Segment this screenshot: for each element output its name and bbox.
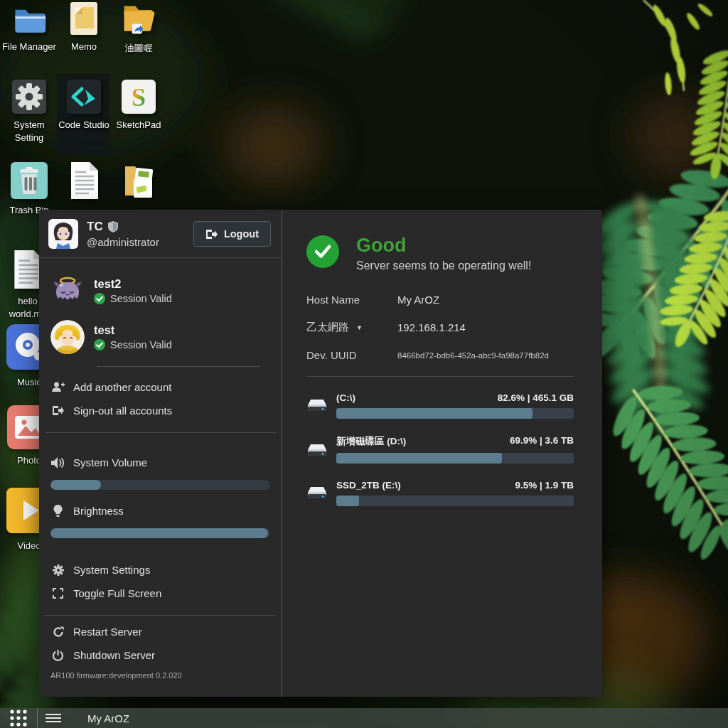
icon-label: Photo <box>17 454 41 467</box>
status-subtitle: Server seems to be operating well! <box>356 259 531 272</box>
server-actions: Restart Server Shutdown Server <box>39 616 282 667</box>
network-label: 乙太網路 <box>306 321 349 334</box>
volume-slider[interactable] <box>50 480 270 490</box>
toggle-fullscreen-item[interactable]: Toggle Full Screen <box>50 582 270 605</box>
taskbar-title: My ArOZ <box>87 712 129 724</box>
shortcut-folder-icon <box>120 1 157 37</box>
disk-label: 新增磁碟區 (D:\) <box>336 435 406 448</box>
account-name: test2 <box>94 277 172 291</box>
check-circle-icon <box>94 339 105 350</box>
add-account-item[interactable]: Add another account <box>50 375 270 399</box>
logout-icon <box>205 229 218 240</box>
brightness-slider[interactable] <box>50 528 270 538</box>
avatar-image <box>50 320 85 354</box>
ip-address-value: 192.168.1.214 <box>397 321 466 333</box>
icon-label: System Setting <box>1 119 57 144</box>
desktop-icon-pictures-folder[interactable] <box>111 162 166 205</box>
folder-icon <box>12 3 46 36</box>
menu-button[interactable] <box>38 708 69 728</box>
app-grid-button[interactable] <box>0 708 37 728</box>
logout-button[interactable]: Logout <box>193 221 271 247</box>
desktop-icon-shortcut-folder[interactable]: 油圖喔 <box>111 1 166 55</box>
hdd-icon <box>306 397 329 419</box>
status-title: Good <box>356 235 531 255</box>
network-row: 乙太網路 ▼ 192.168.1.214 <box>306 321 574 334</box>
menu-label: Sign-out all accounts <box>73 405 172 417</box>
network-selector[interactable]: 乙太網路 ▼ <box>306 321 397 334</box>
host-name-label: Host Name <box>306 294 397 306</box>
disk-bar <box>336 408 574 419</box>
pictures-folder-icon <box>119 162 158 200</box>
desktop-icon-system-setting[interactable]: System Setting <box>1 80 57 144</box>
account-row-test2[interactable]: test2 Session Valid <box>50 274 270 308</box>
shutdown-server-item[interactable]: Shutdown Server <box>50 643 270 667</box>
disk-label: (C:\) <box>336 392 355 403</box>
icon-label: SketchPad <box>117 119 161 132</box>
menu-label: Restart Server <box>73 626 142 638</box>
signout-all-item[interactable]: Sign-out all accounts <box>50 399 270 422</box>
panel-left-column: TC @administrator Logout <box>39 210 282 697</box>
speaker-icon <box>50 457 65 469</box>
brightness-row: Brightness <box>50 499 270 523</box>
check-circle-icon <box>94 293 105 304</box>
account-actions: Add another account Sign-out all account… <box>39 367 282 422</box>
uuid-row: Dev. UUID 8466bd72-bdb6-452a-abc9-fa98a7… <box>306 349 574 361</box>
menu-label: System Settings <box>73 564 150 576</box>
server-info: Host Name My ArOZ 乙太網路 ▼ 192.168.1.214 D… <box>306 294 574 361</box>
system-panel: TC @administrator Logout <box>39 210 602 697</box>
restart-server-item[interactable]: Restart Server <box>50 620 270 643</box>
disk-usage: 9.5% | 1.9 TB <box>515 480 574 491</box>
account-name: test <box>94 323 172 337</box>
code-studio-icon <box>67 80 101 114</box>
sketchpad-icon: S <box>122 80 156 114</box>
slider-label: System Volume <box>73 456 147 469</box>
disk-bar-fill <box>336 496 359 506</box>
taskbar: My ArOZ <box>0 708 728 728</box>
desktop-icon-trash-bin[interactable]: Trash Bin <box>1 162 57 217</box>
user-handle: @administrator <box>87 236 193 248</box>
host-name-row: Host Name My ArOZ <box>306 294 574 306</box>
desktop-icon-sketchpad[interactable]: S SketchPad <box>111 80 166 132</box>
user-name: TC <box>87 220 103 234</box>
account-status: Session Valid <box>110 339 172 350</box>
desktop-icon-memo[interactable]: Memo <box>56 1 112 53</box>
panel-right-column: Good Server seems to be operating well! … <box>282 210 602 697</box>
hdd-icon <box>306 485 329 506</box>
gear-icon <box>50 564 65 576</box>
disk-bar-fill <box>336 453 502 464</box>
disk-bar-fill <box>336 408 532 419</box>
account-status: Session Valid <box>110 293 172 304</box>
user-header: TC @administrator Logout <box>39 210 282 258</box>
hamburger-icon <box>46 714 61 715</box>
shield-icon <box>108 221 118 232</box>
volume-fill <box>50 480 101 490</box>
slider-label: Brightness <box>73 505 124 517</box>
fullscreen-icon <box>50 588 65 599</box>
restart-icon <box>50 626 65 638</box>
account-avatar-test2 <box>50 274 85 308</box>
icon-label: Video <box>17 540 41 552</box>
disk-label: SSD_2TB (E:\) <box>336 480 401 491</box>
desktop-icon-document[interactable] <box>56 161 112 205</box>
status-ok-icon <box>306 235 339 268</box>
account-row-test[interactable]: test Session Valid <box>50 320 270 354</box>
volume-row: System Volume <box>50 451 270 474</box>
svg-text:S: S <box>132 83 146 112</box>
disk-row-c: (C:\) 82.6% | 465.1 GB <box>306 392 574 419</box>
menu-label: Toggle Full Screen <box>73 587 161 599</box>
account-avatar-test <box>50 320 85 354</box>
desktop-icon-file-manager[interactable]: File Manager <box>1 3 57 53</box>
disk-usage: 69.9% | 3.6 TB <box>510 435 574 448</box>
disk-row-e: SSD_2TB (E:\) 9.5% | 1.9 TB <box>306 480 574 506</box>
disk-usage: 82.6% | 465.1 GB <box>498 392 574 403</box>
icon-label: File Manager <box>2 41 56 53</box>
bulb-icon <box>50 505 65 517</box>
document-icon <box>66 161 102 200</box>
menu-label: Add another account <box>73 381 171 393</box>
signout-icon <box>50 405 65 416</box>
chevron-down-icon: ▼ <box>356 324 363 331</box>
memo-icon <box>67 1 101 36</box>
icon-label: 油圖喔 <box>125 42 153 55</box>
system-settings-item[interactable]: System Settings <box>50 558 270 582</box>
desktop-icon-code-studio[interactable]: Code Studio <box>56 80 112 132</box>
